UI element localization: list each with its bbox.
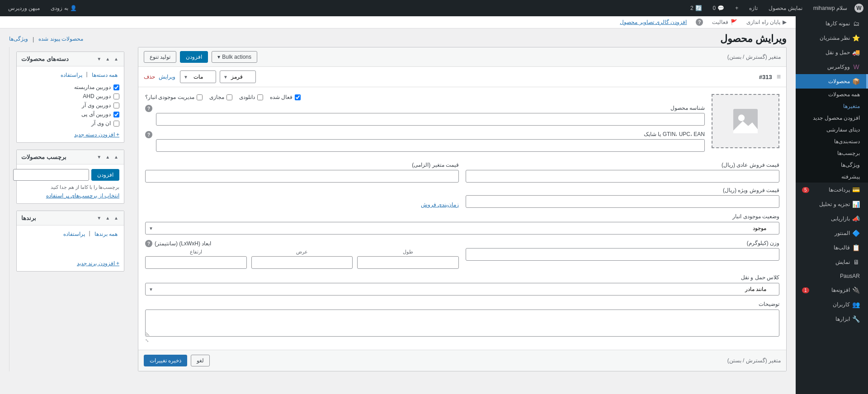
sidebar-item-elementor[interactable]: 🔷 المنتور — [796, 226, 868, 240]
sidebar-item-payments[interactable]: 💳 پرداخت‌ها 5 — [796, 183, 868, 197]
adminbar-comments[interactable]: 💬 0 — [709, 5, 728, 11]
sidebar-item-plugins[interactable]: 🔌 افزونه‌ها 1 — [796, 283, 868, 297]
cat-checkbox-3[interactable] — [113, 112, 119, 117]
variable-price-input[interactable] — [145, 170, 459, 183]
adminbar-mihon-wp[interactable]: میهن وردپرس — [5, 5, 43, 11]
weight-input[interactable] — [466, 248, 779, 261]
panel-collapse-btn[interactable]: ▲ — [113, 56, 119, 61]
save-changes-button[interactable]: ذخیره تغییرات — [144, 355, 187, 366]
sidebar-item-marketing[interactable]: 📣 بازاریابی — [796, 211, 868, 226]
brands-down-btn[interactable]: ▼ — [96, 216, 102, 220]
linked-products-link[interactable]: محصولات پیوند شده — [38, 36, 83, 42]
regular-price-input[interactable] — [466, 170, 779, 183]
variation-form: فعال شده دانلودی مجازی — [138, 87, 786, 350]
tag-input[interactable] — [13, 169, 89, 181]
cat-checkbox-4[interactable] — [113, 121, 119, 127]
brands-filter-most-used[interactable]: پراستفاده — [61, 230, 87, 238]
sidebar-item-portfolio[interactable]: 🗂 نمونه کارها — [796, 16, 868, 31]
drag-handle-icon[interactable]: ≡ — [777, 73, 781, 81]
stock-select[interactable]: موجود ناموجود پیش‌فروش — [145, 222, 779, 235]
submenu-variables[interactable]: متغیرها — [796, 100, 868, 112]
sidebar-item-analytics[interactable]: 📊 تجزیه و تحلیل — [796, 197, 868, 211]
brands-collapse-btn[interactable]: ▲ — [113, 216, 119, 220]
sidebar-item-display[interactable]: 🖥 نمایش — [796, 255, 868, 269]
submenu-categories[interactable]: دسته‌بندی‌ها — [796, 136, 868, 147]
enabled-checkbox[interactable] — [295, 94, 301, 100]
submenu-add-product[interactable]: افزودن محصول جدید — [796, 112, 868, 124]
width-field: عرض — [251, 249, 353, 269]
brands-panel-header[interactable]: ▲ ▲ ▼ برندها — [17, 211, 124, 225]
edit-variation-link[interactable]: ویرایش — [159, 74, 175, 80]
virtual-checkbox[interactable] — [226, 94, 232, 100]
product-image-placeholder[interactable] — [712, 94, 779, 148]
cat-checkbox-1[interactable] — [113, 94, 119, 99]
add-variation-button[interactable]: افزودن — [180, 51, 208, 63]
add-tag-button[interactable]: افزودن — [91, 169, 119, 181]
submenu-advanced[interactable]: پیشرفته — [796, 171, 868, 183]
cat-checkbox-2[interactable] — [113, 103, 119, 108]
notes-textarea[interactable] — [145, 310, 779, 337]
submenu-custom-data[interactable]: دیتای سفارشی — [796, 124, 868, 136]
dimensions-help-icon[interactable]: ? — [145, 240, 152, 247]
tags-up-btn[interactable]: ▲ — [104, 155, 111, 159]
barcode-input[interactable] — [156, 139, 705, 152]
submenu-all-products[interactable]: همه محصولات — [796, 89, 868, 100]
run-setup-item[interactable]: ▶ پایان راه اندازی — [746, 19, 787, 25]
sidebar-item-shipping[interactable]: 🚚 حمل و نقل — [796, 45, 868, 60]
categories-filter-most-used[interactable]: پراستفاده — [59, 71, 84, 79]
barcode-help-icon[interactable]: ? — [145, 131, 152, 138]
sidebar-item-users[interactable]: 👥 کاربران — [796, 297, 868, 312]
sidebar-item-products[interactable]: 📦 محصولات — [796, 74, 868, 89]
add-gallery-link[interactable]: افزودن گالری تصاویر محصول — [620, 19, 687, 25]
sidebar-item-woocommerce[interactable]: W ووکامرس — [796, 60, 868, 74]
adminbar-updates[interactable]: 🔄 2 — [687, 5, 706, 11]
sidebar-item-tools[interactable]: 🔧 ابزارها — [796, 312, 868, 326]
sidebar-item-reviews[interactable]: ⭐ نظر مشتریان — [796, 31, 868, 45]
categories-filter-all[interactable]: همه دسته‌ها — [90, 71, 119, 79]
analytics-icon: 📊 — [853, 201, 860, 208]
adminbar-refresh[interactable]: تازه — [745, 5, 761, 11]
delete-variation-link[interactable]: حذف — [144, 74, 155, 80]
panel-up-btn[interactable]: ▲ — [104, 56, 111, 61]
sidebar-item-templates[interactable]: 📋 قالب‌ها — [796, 240, 868, 255]
choose-tags-link[interactable]: انتخاب از برچسب‌های پر استفاده — [46, 192, 119, 199]
sale-price-input[interactable] — [466, 195, 779, 208]
textarea-resize-handle: ⤡ — [145, 338, 779, 343]
help-icon-button[interactable]: ? — [696, 19, 703, 26]
length-input[interactable] — [357, 256, 459, 269]
brands-up-btn[interactable]: ▲ — [104, 216, 111, 220]
color-select[interactable]: قرمز — [220, 70, 256, 83]
cancel-button[interactable]: لغو — [191, 355, 210, 366]
categories-panel-header[interactable]: ▲ ▲ ▼ دسته‌های محصولات — [17, 52, 124, 66]
adminbar-user[interactable]: 👤 به زودی — [47, 5, 80, 11]
shipping-select[interactable]: مانند مادر — [145, 283, 779, 296]
add-brand-link[interactable]: + افزودن برند جدید — [77, 260, 119, 267]
adminbar-add-new[interactable]: + — [731, 5, 742, 11]
panel-down-btn[interactable]: ▼ — [96, 56, 102, 61]
adminbar-site-name[interactable]: سلام mihanwp — [810, 5, 851, 11]
submenu-attributes[interactable]: ویژگی‌ها — [796, 159, 868, 171]
tags-collapse-btn[interactable]: ▲ — [113, 155, 119, 159]
brands-filter-all[interactable]: همه برندها — [93, 230, 119, 238]
barcode-label: GTIN، UPC، EAN یا شایک — [156, 131, 705, 137]
height-input[interactable] — [145, 256, 247, 269]
generate-variations-button[interactable]: تولید تنوع — [144, 51, 176, 63]
sidebar-item-pausar[interactable]: PausAR — [796, 269, 868, 283]
submenu-tags[interactable]: برچسب‌ها — [796, 147, 868, 159]
schedule-link[interactable]: زمان‌بندی فروش — [145, 202, 459, 208]
manage-stock-checkbox[interactable] — [197, 94, 203, 100]
tags-down-btn[interactable]: ▼ — [96, 155, 102, 159]
type-select[interactable]: مات — [180, 70, 216, 83]
bulk-actions-button[interactable]: Bulk actions ▾ — [212, 51, 257, 63]
downloadable-checkbox[interactable] — [257, 94, 263, 100]
tags-panel-header[interactable]: ▲ ▲ ▼ برچسب محصولات — [17, 150, 124, 164]
sku-help-icon[interactable]: ? — [145, 105, 152, 112]
wp-logo-icon[interactable]: W — [854, 4, 863, 13]
add-category-link[interactable]: + افزودن دسته جدید — [74, 131, 119, 138]
cat-checkbox-0[interactable] — [113, 84, 119, 90]
activity-item[interactable]: 🚩 فعالیت — [712, 19, 737, 25]
width-input[interactable] — [251, 256, 353, 269]
adminbar-view-product[interactable]: نمایش محصول — [765, 5, 806, 11]
attributes-link[interactable]: ویژگی‌ها — [9, 36, 28, 42]
sku-input[interactable] — [156, 113, 705, 126]
